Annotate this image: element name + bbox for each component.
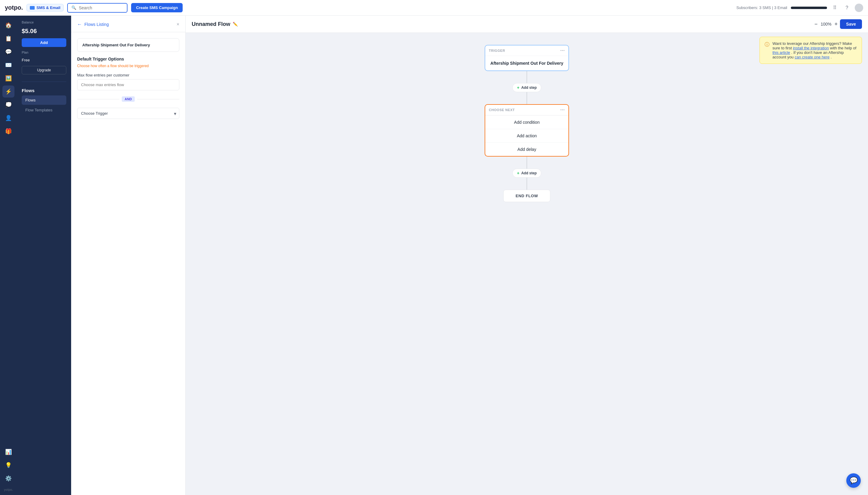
sidebar-item-flows[interactable]: Flows (22, 96, 66, 105)
choose-next-header: CHOOSE NEXT ··· (485, 105, 569, 115)
channel-badge[interactable]: SMS & Email (27, 4, 64, 12)
search-icon: 🔍 (71, 5, 76, 10)
sidebar-campaigns-icon[interactable]: 📋 (2, 33, 15, 45)
close-icon[interactable]: × (177, 22, 179, 27)
chat-bubble[interactable]: 💬 (846, 473, 861, 488)
help-icon[interactable]: ? (843, 4, 851, 12)
zoom-level: 100% (820, 22, 832, 27)
canvas-title: Unnamed Flow ✏️ (192, 21, 238, 28)
and-divider: AND (77, 96, 179, 102)
canvas-header: Unnamed Flow ✏️ − 100% + Save (186, 16, 868, 33)
create-account-link[interactable]: can create one here (795, 55, 830, 59)
install-integration-link[interactable]: install the integration (793, 46, 829, 50)
trigger-node: TRIGGER ··· Aftership Shipment Out For D… (485, 45, 569, 71)
middle-header: ← Flows Listing × (71, 16, 185, 32)
progress-bar (791, 6, 827, 9)
flow-title: Unnamed Flow (192, 21, 230, 28)
add-delay-item[interactable]: Add delay (485, 142, 569, 156)
edit-title-icon[interactable]: ✏️ (233, 22, 238, 27)
plan-name: Free (22, 58, 66, 62)
sidebar-messages-icon[interactable]: 💬 (2, 46, 15, 58)
max-entries-input[interactable] (77, 79, 179, 90)
and-badge: AND (122, 96, 135, 102)
sidebar-chat-icon[interactable]: 💭 (2, 99, 15, 111)
add-step-label-1: Add step (521, 86, 537, 90)
canvas-body: TRIGGER ··· Aftership Shipment Out For D… (186, 33, 868, 495)
zoom-in-button[interactable]: + (835, 21, 838, 28)
back-arrow-icon[interactable]: ← (77, 22, 82, 27)
info-banner: ⓘ Want to leverage our Aftership trigger… (759, 37, 862, 64)
grid-icon[interactable]: ⠿ (831, 4, 839, 12)
add-action-item[interactable]: Add action (485, 129, 569, 142)
trigger-node-body: Aftership Shipment Out For Delivery (485, 56, 569, 70)
max-entries-group: Max flow entries per customer (77, 73, 179, 90)
end-flow-node: END FLOW (503, 190, 551, 202)
add-step-button-1[interactable]: + Add step (512, 83, 541, 92)
choose-trigger-select[interactable]: Choose Trigger (77, 108, 179, 119)
sidebar-flows-icon[interactable]: ⚡ (2, 86, 15, 98)
upgrade-button[interactable]: Upgrade (22, 66, 66, 74)
breadcrumb[interactable]: Flows Listing (84, 22, 109, 27)
add-condition-item[interactable]: Add condition (485, 115, 569, 129)
balance-label: Balance (22, 20, 66, 24)
add-step-button-2[interactable]: + Add step (512, 169, 541, 178)
sidebar-email-icon[interactable]: ✉️ (2, 59, 15, 71)
sidebar-feedback-icon[interactable]: 💡 (2, 459, 15, 471)
sidebar-bottom: 📊 💡 ⚙️ yotpo. (2, 446, 15, 491)
sidebar-rewards-icon[interactable]: 🎁 (2, 125, 15, 137)
connector-3 (526, 157, 527, 169)
avatar[interactable] (855, 4, 863, 12)
and-line-left (77, 99, 119, 99)
sidebar-analytics-icon[interactable]: 📊 (2, 446, 15, 458)
breadcrumb-area: ← Flows Listing (77, 22, 109, 27)
trigger-node-header: TRIGGER ··· (485, 46, 569, 56)
main-layout: 🏠 📋 💬 ✉️ 🖼️ ⚡ 💭 👤 🎁 📊 💡 ⚙️ yotpo. Balanc… (0, 16, 868, 495)
max-entries-label: Max flow entries per customer (77, 73, 179, 78)
canvas-controls: − 100% + Save (814, 19, 862, 29)
nav-menu-list: Flows Flow Templates (22, 96, 66, 115)
search-bar[interactable]: 🔍 (67, 3, 128, 13)
choose-next-more-icon[interactable]: ··· (560, 107, 565, 113)
add-button[interactable]: Add (22, 38, 66, 47)
channel-label: SMS & Email (36, 5, 60, 10)
info-text: Want to leverage our Aftership triggers?… (772, 41, 857, 59)
middle-panel: ← Flows Listing × Aftership Shipment Out… (71, 16, 186, 495)
canvas-area: Unnamed Flow ✏️ − 100% + Save ⓘ Want to … (186, 16, 868, 495)
trigger-more-icon[interactable]: ··· (560, 48, 565, 53)
add-step-plus-icon-2: + (517, 171, 519, 175)
sidebar-item-flow-templates[interactable]: Flow Templates (22, 105, 66, 115)
channel-icon (30, 6, 35, 10)
top-nav: yotpo. SMS & Email 🔍 Create SMS Campaign… (0, 0, 868, 16)
logo: yotpo. (5, 4, 23, 11)
left-sidebar: 🏠 📋 💬 ✉️ 🖼️ ⚡ 💭 👤 🎁 📊 💡 ⚙️ yotpo. (0, 16, 17, 495)
nav-icons: ⠿ ? (831, 4, 863, 12)
connector-2 (526, 92, 527, 104)
add-step-label-2: Add step (521, 171, 537, 175)
search-input[interactable] (79, 5, 123, 10)
subscribers-info: Subscribers: 3 SMS | 3 Email (736, 5, 787, 10)
trigger-card: Aftership Shipment Out For Delivery (77, 38, 179, 52)
nav-menu: Flows Flows Flow Templates (22, 82, 66, 115)
add-step-plus-icon: + (517, 85, 519, 90)
info-icon: ⓘ (765, 41, 769, 59)
sidebar-user-icon[interactable]: 👤 (2, 112, 15, 124)
connector-1 (526, 71, 527, 83)
zoom-out-button[interactable]: − (814, 21, 818, 28)
sidebar-media-icon[interactable]: 🖼️ (2, 72, 15, 84)
logo-text: yotpo. (5, 4, 23, 11)
plan-label: Plan (22, 51, 66, 54)
choose-trigger-wrapper: Choose Trigger ▾ (77, 108, 179, 119)
and-line-right (137, 99, 179, 99)
create-sms-campaign-button[interactable]: Create SMS Campaign (131, 3, 183, 12)
connector-4 (526, 178, 527, 190)
sidebar-settings-icon[interactable]: ⚙️ (2, 473, 15, 484)
this-article-link[interactable]: this article (772, 50, 790, 55)
panel-sidebar-title: Flows (22, 86, 66, 96)
section-subtitle: Choose how often a flow should be trigge… (77, 64, 179, 68)
yotpo-footer: yotpo. (4, 488, 13, 491)
sidebar-home-icon[interactable]: 🏠 (2, 19, 15, 31)
save-button[interactable]: Save (840, 19, 862, 29)
panel-content: Aftership Shipment Out For Delivery Defa… (71, 32, 185, 125)
balance-panel: Balance $5.06 Add Plan Free Upgrade Flow… (17, 16, 71, 495)
choose-next-node: CHOOSE NEXT ··· Add condition Add action… (485, 104, 569, 157)
